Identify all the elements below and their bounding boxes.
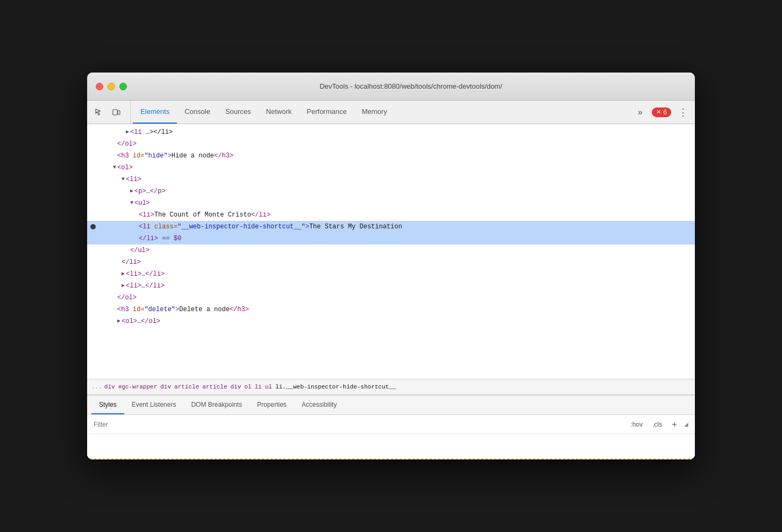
dom-line[interactable]: </ol> (87, 292, 695, 304)
breadcrumb-item-article1[interactable]: article (174, 384, 199, 390)
collapse-triangle[interactable]: ▶ (130, 186, 133, 197)
breadcrumb-dots: ... (91, 384, 102, 390)
svg-rect-1 (118, 111, 120, 114)
minimize-button[interactable] (108, 83, 115, 90)
svg-rect-0 (113, 110, 117, 115)
dom-line-highlighted-end[interactable]: </li> == $0 (87, 233, 695, 245)
dom-line[interactable]: ▼ <ul> (87, 197, 695, 209)
error-icon: ✕ (656, 109, 661, 116)
breakpoint-dot (90, 224, 96, 229)
bottom-tab-styles[interactable]: Styles (91, 396, 124, 414)
inspect-icon[interactable] (91, 105, 106, 120)
bottom-tab-event-listeners[interactable]: Event Listeners (124, 396, 184, 414)
bottom-panel: Styles Event Listeners DOM Breakpoints P… (87, 395, 695, 459)
bottom-tab-properties[interactable]: Properties (250, 396, 294, 414)
main-tabs: Elements Console Sources Network Perform… (133, 100, 395, 124)
collapse-triangle[interactable]: ▶ (122, 281, 125, 291)
collapse-triangle[interactable]: ▶ (122, 269, 125, 279)
dom-line[interactable]: ▶ <p> … </p> (87, 185, 695, 197)
bottom-tabs: Styles Event Listeners DOM Breakpoints P… (87, 396, 695, 415)
collapse-triangle[interactable]: ▼ (130, 198, 133, 209)
dom-line[interactable]: ▶ <li …></li> (87, 126, 695, 138)
traffic-lights (96, 83, 127, 90)
toolbar-icons (91, 100, 131, 124)
toolbar: Elements Console Sources Network Perform… (87, 100, 695, 124)
dom-line-highlighted[interactable]: <li class= "__web-inspector-hide-shortcu… (87, 221, 695, 233)
dom-line[interactable]: ▶ <li> … </li> (87, 268, 695, 280)
tab-sources[interactable]: Sources (218, 100, 259, 124)
breadcrumb-item-div2[interactable]: div (160, 384, 171, 390)
dom-line[interactable]: ▶ <li> … </li> (87, 280, 695, 292)
close-button[interactable] (96, 83, 103, 90)
dom-line[interactable]: </ul> (87, 245, 695, 256)
collapse-triangle[interactable]: ▶ (126, 127, 129, 138)
dom-line[interactable]: </ol> (87, 138, 695, 150)
tab-console[interactable]: Console (177, 100, 218, 124)
add-style-button[interactable]: + (669, 419, 680, 430)
dom-line[interactable]: ▶ <ol> … </ol> (87, 315, 695, 327)
devtools-menu-button[interactable]: ⋮ (676, 105, 691, 120)
tab-network[interactable]: Network (259, 100, 300, 124)
dom-line[interactable]: <h3 id= "delete" > Delete a node </h3> (87, 304, 695, 315)
window-title: DevTools - localhost:8080/web/tools/chro… (136, 82, 686, 90)
dom-line[interactable]: </li> (87, 256, 695, 268)
toolbar-right: » ✕ 6 ⋮ (632, 100, 691, 124)
collapse-triangle[interactable]: ▼ (113, 162, 116, 173)
filter-input[interactable] (94, 421, 628, 428)
dom-line[interactable]: <li> The Count of Monte Cristo </li> (87, 209, 695, 221)
device-icon[interactable] (109, 105, 124, 120)
breadcrumb-item-ul[interactable]: ul (265, 384, 272, 390)
dom-line[interactable]: ▼ <ol> (87, 162, 695, 174)
breadcrumb-item-div[interactable]: div (104, 384, 115, 390)
dom-line[interactable]: <h3 id= "hide" > Hide a node </h3> (87, 150, 695, 162)
bottom-tab-accessibility[interactable]: Accessibility (294, 396, 344, 414)
breadcrumb-item-li[interactable]: li (255, 384, 262, 390)
tab-elements[interactable]: Elements (133, 100, 177, 124)
hov-button[interactable]: :hov (628, 419, 645, 430)
collapse-triangle[interactable]: ▼ (122, 174, 125, 185)
collapse-triangle[interactable]: ▶ (117, 316, 120, 327)
cls-button[interactable]: .cls (650, 419, 665, 430)
breadcrumb-item-ol[interactable]: ol (244, 384, 251, 390)
breadcrumb-item-gc-wrapper[interactable]: #gc-wrapper (118, 384, 158, 390)
title-bar: DevTools - localhost:8080/web/tools/chro… (87, 73, 695, 100)
maximize-button[interactable] (119, 83, 127, 90)
devtools-window: DevTools - localhost:8080/web/tools/chro… (87, 73, 695, 459)
resize-handle: ◢ (684, 421, 688, 427)
tab-performance[interactable]: Performance (299, 100, 354, 124)
breadcrumb-item-div3[interactable]: div (231, 384, 241, 390)
breadcrumb-item-active[interactable]: li.__web-inspector-hide-shortcut__ (275, 384, 396, 390)
styles-content-area (87, 434, 695, 459)
dom-content: ▶ <li …></li> </ol> <h3 id= "hide" > Hid… (87, 124, 695, 329)
filter-actions: :hov .cls + ◢ (628, 419, 688, 430)
dom-panel[interactable]: ▶ <li …></li> </ol> <h3 id= "hide" > Hid… (87, 124, 695, 379)
breadcrumb-item-article2[interactable]: article (202, 384, 227, 390)
bottom-tab-dom-breakpoints[interactable]: DOM Breakpoints (183, 396, 250, 414)
tab-memory[interactable]: Memory (354, 100, 395, 124)
more-tabs-button[interactable]: » (632, 105, 648, 120)
filter-bar: :hov .cls + ◢ (87, 415, 695, 434)
breadcrumb: ... div #gc-wrapper div article article … (87, 379, 695, 395)
error-badge[interactable]: ✕ 6 (652, 107, 671, 117)
dom-line[interactable]: ▼ <li> (87, 174, 695, 185)
